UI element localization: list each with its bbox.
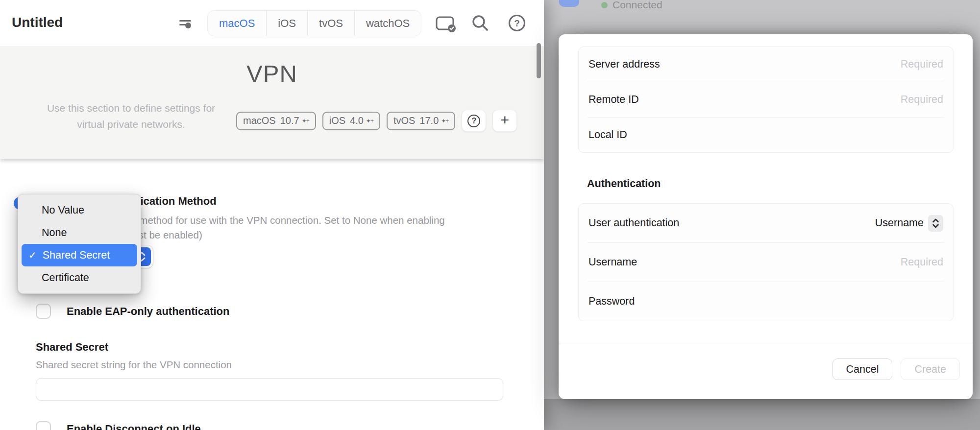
dimmed-app-icon (559, 0, 579, 7)
editor-header: Untitled macOS iOS tvOS watchOS (0, 0, 544, 47)
svg-text:?: ? (514, 18, 520, 28)
local-id-row[interactable]: Local ID (579, 118, 953, 152)
field-label: Server address (588, 58, 660, 71)
sparkle-plus-icon: ✦+ (302, 118, 309, 124)
shared-secret-heading: Shared Secret (36, 341, 108, 354)
selected-option-label: Username (875, 217, 924, 229)
server-fields-group: Server address Required Remote ID Requir… (578, 47, 954, 153)
username-row[interactable]: Username Required (579, 243, 953, 282)
badge-os: tvOS (393, 115, 415, 126)
field-placeholder: Required (901, 256, 943, 268)
create-vpn-dialog: Server address Required Remote ID Requir… (559, 34, 973, 399)
platform-badges: macOS 10.7 ✦+ iOS 4.0 ✦+ tvOS 17.0 ✦+ ? (236, 110, 517, 132)
create-button[interactable]: Create (901, 358, 960, 380)
shared-secret-input[interactable] (36, 378, 503, 401)
badge-version: 10.7 (280, 115, 299, 126)
field-label: Password (588, 295, 635, 308)
status-label: Connected (612, 0, 662, 11)
authentication-section-header: Authentication (587, 178, 661, 190)
scrollbar-thumb[interactable] (537, 43, 541, 78)
device-check-icon[interactable] (436, 16, 456, 35)
platform-segmented-control: macOS iOS tvOS watchOS (207, 10, 421, 36)
badge-ios: iOS 4.0 ✦+ (322, 112, 380, 130)
cancel-button[interactable]: Cancel (833, 358, 893, 380)
badge-version: 4.0 (350, 115, 364, 126)
user-authentication-select[interactable]: Username (875, 215, 943, 232)
backdrop-strip (544, 399, 980, 430)
help-icon[interactable]: ? (508, 14, 526, 34)
field-label: Remote ID (588, 94, 639, 106)
checkmark-icon: ✓ (28, 249, 37, 261)
tab-macos[interactable]: macOS (208, 11, 266, 36)
filter-icon[interactable] (179, 20, 192, 28)
field-label: Username (588, 256, 637, 268)
remote-id-row[interactable]: Remote ID Required (579, 82, 953, 117)
disconnect-checkbox-label: Enable Disconnect on Idle (67, 423, 201, 430)
menu-item-none[interactable]: None (18, 221, 141, 244)
disconnect-checkbox[interactable] (36, 421, 51, 430)
tab-watchos[interactable]: watchOS (354, 11, 421, 36)
badge-os: iOS (329, 115, 345, 126)
badge-os: macOS (243, 115, 276, 126)
eap-checkbox-label: Enable EAP-only authentication (67, 305, 229, 318)
tab-ios[interactable]: iOS (266, 11, 307, 36)
document-title: Untitled (12, 15, 63, 30)
field-label: Local ID (588, 129, 627, 141)
menu-item-label: Shared Secret (43, 249, 110, 262)
user-authentication-row: User authentication Username (579, 204, 953, 242)
menu-item-certificate[interactable]: Certificate (18, 266, 141, 289)
vpn-settings-form: Machine Authentication Method The authen… (0, 159, 544, 430)
section-help-button[interactable]: ? (462, 110, 486, 132)
badge-tvos: tvOS 17.0 ✦+ (387, 112, 455, 130)
dialog-buttons: Cancel Create (833, 358, 960, 380)
password-row[interactable]: Password (579, 282, 953, 321)
badge-version: 17.0 (419, 115, 439, 126)
sparkle-plus-icon: ✦+ (366, 118, 373, 124)
field-placeholder: Required (901, 94, 943, 106)
connection-status: Connected (601, 0, 662, 11)
add-payload-button[interactable]: + (492, 110, 517, 132)
eap-checkbox-row: Enable EAP-only authentication (36, 304, 229, 319)
plus-icon: + (501, 113, 510, 127)
server-address-row[interactable]: Server address Required (579, 47, 953, 82)
clipped-checkbox-row: Enable Disconnect on Idle (36, 421, 201, 430)
vpn-section-header: VPN Use this section to define settings … (0, 47, 544, 159)
machine-auth-dropdown-menu: No Value None ✓ Shared Secret Certificat… (18, 194, 141, 294)
section-title: VPN (0, 60, 544, 87)
authentication-fields-group: User authentication Username Username Re… (578, 203, 954, 321)
badge-macos: macOS 10.7 ✦+ (236, 112, 316, 130)
menu-item-shared-secret[interactable]: ✓ Shared Secret (22, 244, 137, 266)
screen: Connected Untitled macOS iOS tvOS watchO… (0, 0, 980, 430)
tab-tvos[interactable]: tvOS (307, 11, 354, 36)
status-green-dot-icon (601, 2, 608, 8)
select-chevrons-icon (928, 215, 943, 232)
sparkle-plus-icon: ✦+ (441, 118, 448, 124)
search-icon[interactable] (471, 14, 490, 34)
eap-checkbox[interactable] (36, 304, 51, 319)
footer-divider (559, 343, 973, 343)
menu-item-no-value[interactable]: No Value (18, 199, 141, 221)
question-circle-icon: ? (467, 115, 480, 127)
section-description: Use this section to define settings for … (47, 100, 216, 132)
field-placeholder: Required (901, 58, 943, 71)
profile-editor-panel: Untitled macOS iOS tvOS watchOS (0, 0, 544, 430)
field-label: User authentication (588, 217, 679, 229)
shared-secret-description: Shared secret string for the VPN connect… (36, 359, 232, 371)
